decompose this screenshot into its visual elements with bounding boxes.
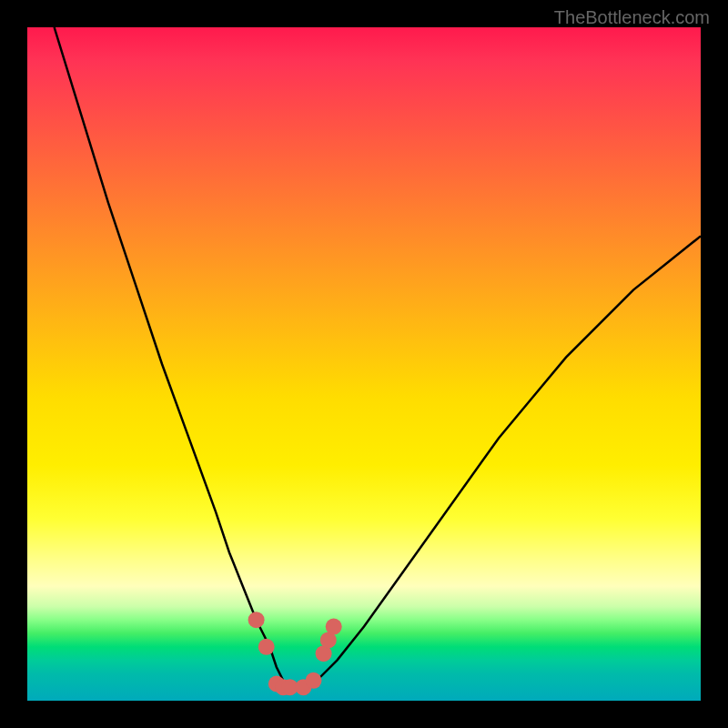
bottleneck-curve bbox=[55, 27, 701, 687]
chart-plot-area bbox=[27, 27, 701, 701]
data-markers bbox=[248, 612, 342, 695]
data-marker bbox=[306, 672, 322, 689]
curve-path bbox=[55, 27, 701, 687]
data-marker bbox=[258, 639, 275, 655]
data-marker bbox=[326, 619, 342, 635]
chart-svg bbox=[27, 27, 701, 701]
data-marker bbox=[248, 612, 265, 628]
watermark-text: TheBottleneck.com bbox=[554, 7, 710, 28]
